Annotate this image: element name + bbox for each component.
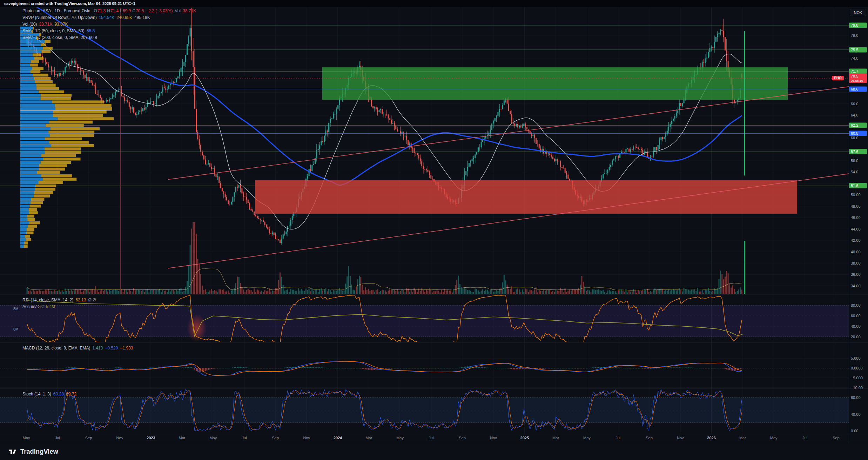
volume-label: Vol: [175, 8, 181, 13]
sma200-legend-row[interactable]: SMA · 1D (200, close, 0, SMA, 20) 60.8: [22, 34, 196, 41]
sma200-value: 60.8: [89, 35, 97, 40]
time-axis-label[interactable]: Mar: [739, 436, 746, 440]
symbol-title[interactable]: Photocure ASA · 1D · Euronext Oslo: [22, 8, 90, 13]
macd-values: 1.413−0.520−1.933: [92, 346, 135, 351]
vol-legend-row[interactable]: Vol (20) 38.71K93.87K: [22, 21, 196, 27]
time-axis-label[interactable]: Sep: [272, 436, 279, 440]
accum-dist-axis-label: 6M: [13, 327, 19, 331]
tradingview-chart-page: savepiginvest created with TradingView.c…: [0, 0, 868, 460]
price-axis-badge-blue: 68.6: [849, 86, 867, 92]
ohlc-values: O71.3H71.4L69.9C70.5: [92, 8, 144, 13]
time-axis-label[interactable]: Jul: [802, 436, 807, 440]
price-axis-badge-red: 70.506:58:19: [849, 73, 867, 83]
price-axis-badge-blue: 60.8: [849, 131, 867, 136]
time-axis-label[interactable]: Nov: [303, 436, 310, 440]
macd-legend: MACD (12, 26, close, 9, EMA, EMA) 1.413−…: [22, 345, 135, 351]
time-axis-label[interactable]: Nov: [490, 436, 497, 440]
ad-dip-fill: [187, 314, 207, 342]
price-axis-label: 34.00: [851, 284, 861, 288]
stoch-legend: Stoch (14, 1, 3) 60.2869.72: [22, 391, 79, 397]
price-axis-badge-green: 79.8: [849, 23, 867, 28]
stoch-legend-row[interactable]: Stoch (14, 1, 3) 60.2869.72: [22, 391, 79, 397]
time-axis-label[interactable]: Sep: [459, 436, 466, 440]
change-value: −2.2 (−3.03%): [146, 8, 173, 13]
sma50-legend-row[interactable]: SMA · 1D (50, close, 0, SMA, 50) 68.8: [22, 27, 196, 34]
bottom-toolbar: TradingView: [0, 443, 868, 460]
tradingview-wordmark[interactable]: TradingView: [20, 448, 58, 455]
tradingview-logo-icon[interactable]: [8, 447, 17, 456]
main-legend: Photocure ASA · 1D · Euronext Oslo O71.3…: [22, 7, 196, 41]
macd-axis-label: −10.00: [851, 386, 863, 390]
sma50-value: 68.8: [87, 28, 95, 33]
price-axis-label: 46.00: [851, 215, 861, 220]
price-axis-label: 54.0: [851, 170, 858, 174]
price-axis-label: 60.0: [851, 136, 858, 140]
time-axis-label[interactable]: 2025: [520, 436, 529, 440]
time-axis-label[interactable]: Jul: [429, 436, 433, 440]
accum-dist-title[interactable]: Accum/Dist: [22, 304, 44, 309]
price-axis-label: 78.0: [851, 33, 858, 38]
supply-zone: [322, 67, 788, 100]
price-chart-canvas[interactable]: [0, 0, 868, 460]
price-axis-label: 48.00: [851, 204, 861, 208]
sma50-title[interactable]: SMA · 1D (50, close, 0, SMA, 50): [22, 28, 85, 33]
attribution-topbar: savepiginvest created with TradingView.c…: [0, 0, 868, 7]
rsi-axis-label: 40.00: [851, 324, 861, 328]
stoch-values: 60.2869.72: [53, 392, 79, 396]
time-axis-label[interactable]: 2023: [147, 436, 155, 440]
macd-axis-label: 5.000: [851, 356, 861, 360]
rsi-value: 62.13: [75, 298, 86, 302]
price-axis-label: 38.00: [851, 261, 861, 265]
macd-title[interactable]: MACD (12, 26, close, 9, EMA, EMA): [22, 346, 90, 351]
attribution-text: savepiginvest created with TradingView.c…: [4, 1, 135, 6]
rsi-axis-label: 20.00: [851, 335, 861, 339]
price-axis-label: 56.0: [851, 159, 858, 163]
time-axis-label[interactable]: May: [583, 436, 591, 440]
price-axis-label: 74.0: [851, 56, 858, 60]
price-axis-badge-green: 51.6: [849, 183, 867, 188]
time-axis-label[interactable]: Mar: [179, 436, 186, 440]
volume-value: 38.71K: [183, 8, 196, 13]
time-axis-label[interactable]: Mar: [365, 436, 372, 440]
price-axis-badge-green: 57.6: [849, 149, 867, 154]
time-axis-label[interactable]: May: [23, 436, 30, 440]
time-axis-label[interactable]: Jul: [615, 436, 620, 440]
time-axis-label[interactable]: Nov: [677, 436, 684, 440]
price-axis-label: 42.00: [851, 238, 861, 242]
time-axis-label[interactable]: Jul: [55, 436, 60, 440]
time-axis-label[interactable]: May: [209, 436, 217, 440]
vol-title[interactable]: Vol (20): [22, 22, 37, 27]
series-legend-row[interactable]: Photocure ASA · 1D · Euronext Oslo O71.3…: [22, 7, 196, 14]
sma200-title[interactable]: SMA · 1D (200, close, 0, SMA, 20): [22, 35, 87, 40]
accum-dist-value: 5.4M: [46, 304, 55, 309]
price-axis-label: 50.00: [851, 193, 861, 197]
vrvp-title[interactable]: VRVP (Number Of Rows, 70, Up/Down): [22, 15, 97, 20]
time-axis-label[interactable]: May: [770, 436, 778, 440]
macd-axis-label: 0.0000: [851, 366, 863, 370]
time-axis-label[interactable]: Mar: [552, 436, 559, 440]
rsi-legend-row[interactable]: RSI (14, close, SMA, 14, 2) 62.13 Ø Ø: [22, 296, 96, 303]
vrvp-legend-row[interactable]: VRVP (Number Of Rows, 70, Up/Down) 154.5…: [22, 14, 196, 21]
price-axis-label: 44.00: [851, 227, 861, 231]
time-axis-label[interactable]: Sep: [833, 436, 840, 440]
currency-axis-button[interactable]: NOK: [850, 9, 866, 16]
time-axis-label[interactable]: Jul: [242, 436, 247, 440]
rsi-title[interactable]: RSI (14, close, SMA, 14, 2): [22, 298, 73, 302]
price-axis-badge-green: 75.5: [849, 47, 867, 52]
price-axis-label: 40.00: [851, 250, 861, 254]
time-axis-label[interactable]: 2024: [334, 436, 342, 440]
time-axis-label[interactable]: Sep: [646, 436, 653, 440]
rsi-axis-label: 60.00: [851, 314, 861, 318]
price-axis-label: 66.0: [851, 102, 858, 106]
price-axis-badge-green: 62.2: [849, 123, 867, 128]
accum-dist-legend-row[interactable]: Accum/Dist 5.4M: [22, 303, 96, 310]
stoch-axis-label: 40.00: [851, 412, 861, 416]
time-axis-label[interactable]: Nov: [116, 436, 123, 440]
rsi-axis-label: 80.00: [851, 303, 861, 307]
time-axis-label[interactable]: Sep: [85, 436, 92, 440]
stoch-title[interactable]: Stoch (14, 1, 3): [22, 392, 51, 396]
macd-axis-label: −5.000: [851, 376, 863, 380]
macd-legend-row[interactable]: MACD (12, 26, close, 9, EMA, EMA) 1.413−…: [22, 345, 135, 351]
time-axis-label[interactable]: May: [396, 436, 404, 440]
time-axis-label[interactable]: 2026: [707, 436, 715, 440]
